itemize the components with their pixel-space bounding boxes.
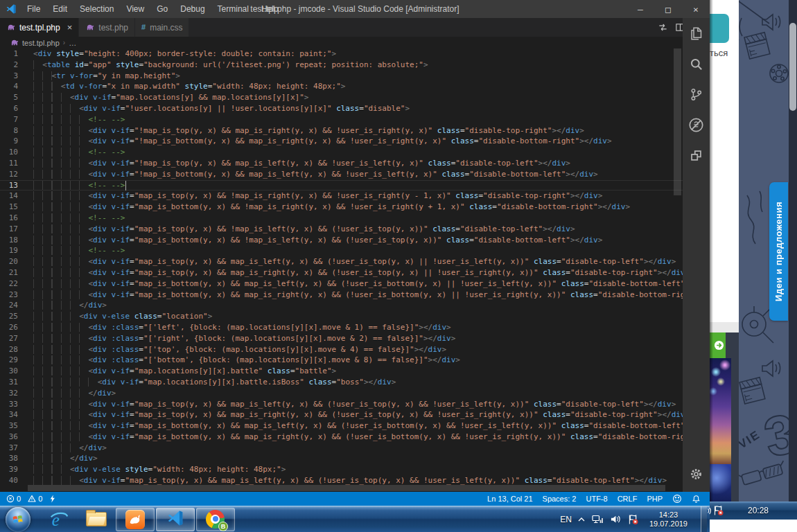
- clock[interactable]: 14:23 19.07.2019: [645, 511, 694, 529]
- breadcrumb-file[interactable]: test.tpl.php: [22, 39, 60, 47]
- maximize-button[interactable]: □: [654, 0, 682, 18]
- vertical-scrollbar[interactable]: [674, 48, 681, 195]
- code-line-21[interactable]: 21 <div v-if="map_is_top(y, x) && map_is…: [0, 267, 683, 278]
- code-line-6[interactable]: 6 <div v-if="!user.locations[y] || !user…: [0, 103, 683, 114]
- code-line-3[interactable]: 3 <tr v-for="y in map.height">: [0, 71, 683, 82]
- code-line-18[interactable]: 18 <div v-if="map_is_bottom(y, x) && !ma…: [0, 235, 683, 246]
- code-line-36[interactable]: 36 <div v-if="map_is_bottom(y, x) && map…: [0, 432, 683, 443]
- menu-go[interactable]: Go: [150, 0, 174, 18]
- status-php[interactable]: PHP: [642, 495, 667, 503]
- horizontal-scrollbar[interactable]: [28, 485, 665, 491]
- activity-source-control-button[interactable]: [683, 79, 710, 109]
- code-line-22[interactable]: 22 <div v-if="map_is_bottom(y, x) && map…: [0, 278, 683, 290]
- taskbar-chrome[interactable]: B: [196, 508, 235, 531]
- line-number: 14: [0, 190, 18, 202]
- menu-terminal[interactable]: Terminal: [211, 0, 255, 18]
- code-line-5[interactable]: 5 <div v-if="map.locations[y] && map.loc…: [0, 92, 683, 103]
- open-changes-button[interactable]: [658, 22, 668, 33]
- browser-scrollbar-track[interactable]: [789, 0, 797, 502]
- taskbar-windows-explorer[interactable]: [78, 508, 114, 531]
- code-line-2[interactable]: 2 <table id="app" style="background: url…: [0, 60, 683, 71]
- minimize-button[interactable]: –: [627, 0, 654, 18]
- code-line-9[interactable]: 9 <div v-if="!map_is_bottom(y, x) && map…: [0, 136, 683, 147]
- code-line-31[interactable]: 31 <div v-if="map.locations[y][x].battle…: [0, 377, 683, 388]
- ideas-banner[interactable]: Идеи и предложения: [769, 182, 788, 321]
- tab-main-css[interactable]: #main.css: [135, 18, 189, 37]
- vscode-logo-icon: [6, 3, 17, 15]
- code-line-17[interactable]: 17 <div v-if="map_is_top(y, x) && !map_i…: [0, 224, 683, 235]
- code-line-14[interactable]: 14 <div v-if="map_is_top(y, x) && !map_i…: [0, 190, 683, 202]
- code-line-37[interactable]: 37 </div>: [0, 443, 683, 454]
- code-line-20[interactable]: 20 <div v-if="map_is_top(y, x) && map_is…: [0, 256, 683, 267]
- local-clock[interactable]: 20:28: [748, 506, 769, 515]
- tab-close-icon[interactable]: ×: [67, 22, 73, 33]
- code-line-29[interactable]: 29 <div :class="['bottom', {block: (map.…: [0, 355, 683, 366]
- browser-scrollbar-thumb[interactable]: [789, 23, 796, 111]
- breadcrumb-ellipsis[interactable]: …: [69, 39, 76, 47]
- menu-selection[interactable]: Selection: [73, 0, 120, 18]
- status-crlf[interactable]: CRLF: [613, 495, 642, 503]
- activity-explorer-button[interactable]: [683, 18, 710, 48]
- lightning-indicator[interactable]: [46, 495, 60, 503]
- code-line-23[interactable]: 23 <div v-if="map_is_bottom(y, x) && map…: [0, 290, 683, 301]
- code-line-26[interactable]: 26 <div :class="['left', {block: (map.lo…: [0, 322, 683, 333]
- code-line-7[interactable]: 7 <!-- -->: [0, 114, 683, 125]
- menu-debug[interactable]: Debug: [174, 0, 211, 18]
- activity-settings-gear-button[interactable]: [683, 459, 710, 489]
- taskbar-internet-explorer[interactable]: e: [41, 508, 77, 531]
- tab-test-tpl-php[interactable]: test.tpl.php×: [0, 18, 79, 37]
- action-center-flag-icon[interactable]: [627, 514, 639, 525]
- code-line-32[interactable]: 32 </div>: [0, 388, 683, 399]
- code-line-39[interactable]: 39 <div v-else style="width: 48px; heigh…: [0, 464, 683, 475]
- code-line-16[interactable]: 16 <!-- -->: [0, 213, 683, 224]
- breadcrumb[interactable]: test.tpl.php › …: [0, 37, 683, 48]
- code-line-34[interactable]: 34 <div v-if="map_is_top(y, x) && map_is…: [0, 409, 683, 420]
- activity-extensions-button[interactable]: [683, 140, 710, 170]
- line-content: <tr v-for="y in map.height">: [33, 71, 180, 82]
- code-line-33[interactable]: 33 <div v-if="map_is_top(y, x) && map_is…: [0, 399, 683, 410]
- status-spaces[interactable]: Spaces: 2: [538, 495, 581, 503]
- line-content: <div :class="['top', {block: (map.locati…: [33, 344, 446, 355]
- code-line-12[interactable]: 12 <div v-if="!map_is_bottom(y, x) && ma…: [0, 169, 683, 180]
- code-line-11[interactable]: 11 <div v-if="!map_is_top(y, x) && map_i…: [0, 158, 683, 169]
- language-indicator[interactable]: EN: [560, 515, 572, 524]
- code-editor[interactable]: 1<div style="height: 400px; border-style…: [0, 48, 683, 487]
- network-icon[interactable]: [591, 514, 604, 525]
- code-line-30[interactable]: 30 <div v-if="map.locations[y][x].battle…: [0, 366, 683, 377]
- code-line-15[interactable]: 15 <div v-if="map_is_bottom(y, x) && !ma…: [0, 202, 683, 213]
- smiley-button[interactable]: [667, 494, 687, 504]
- tab-test-php[interactable]: test.php: [79, 18, 135, 37]
- code-line-8[interactable]: 8 <div v-if="!map_is_top(y, x) && map_is…: [0, 125, 683, 136]
- volume-icon[interactable]: [610, 514, 621, 524]
- code-line-28[interactable]: 28 <div :class="['top', {block: (map.loc…: [0, 344, 683, 355]
- hidden-icons-arrow-icon[interactable]: [578, 517, 585, 522]
- menu-edit[interactable]: Edit: [46, 0, 73, 18]
- code-line-4[interactable]: 4 <td v-for="x in map.width" style="widt…: [0, 81, 683, 92]
- menu-file[interactable]: File: [21, 0, 46, 18]
- local-flag-icon[interactable]: [712, 505, 724, 516]
- menu-view[interactable]: View: [120, 0, 150, 18]
- activity-debug-button[interactable]: [683, 109, 710, 140]
- code-line-24[interactable]: 24 </div>: [0, 300, 683, 311]
- activity-search-button[interactable]: [683, 48, 710, 79]
- status-utf-8[interactable]: UTF-8: [581, 495, 612, 503]
- code-line-35[interactable]: 35 <div v-if="map_is_bottom(y, x) && map…: [0, 420, 683, 432]
- taskbar-vscode[interactable]: [156, 508, 195, 531]
- code-line-1[interactable]: 1<div style="height: 400px; border-style…: [0, 48, 683, 60]
- line-content: <div v-if="!map_is_bottom(y, x) && map_i…: [33, 136, 612, 147]
- start-button[interactable]: [6, 507, 30, 532]
- local-volume-icon[interactable]: [706, 506, 712, 516]
- code-line-38[interactable]: 38 </div>: [0, 453, 683, 464]
- status-ln[interactable]: Ln 13, Col 21: [482, 495, 537, 503]
- problems-indicator[interactable]: 0 0: [0, 495, 60, 503]
- code-line-25[interactable]: 25 <div v-else class="location">: [0, 311, 683, 322]
- taskbar-uc-browser[interactable]: [116, 508, 155, 531]
- code-line-27[interactable]: 27 <div :class="['right', {block: (map.l…: [0, 333, 683, 344]
- close-button[interactable]: ×: [682, 0, 710, 18]
- line-number: 31: [0, 377, 18, 388]
- code-line-13[interactable]: 13 <!-- -->: [0, 180, 683, 191]
- bell-button[interactable]: [687, 495, 706, 504]
- code-line-10[interactable]: 10 <!-- -->: [0, 147, 683, 158]
- code-line-19[interactable]: 19 <!-- -->: [0, 245, 683, 256]
- menu-help[interactable]: Help: [255, 0, 285, 18]
